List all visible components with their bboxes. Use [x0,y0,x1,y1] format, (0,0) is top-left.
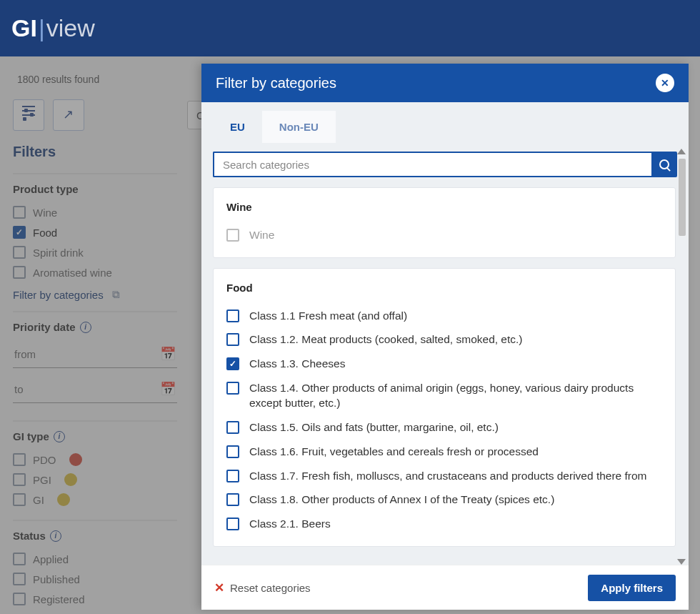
modal-header: Filter by categories ✕ [201,64,689,102]
checkbox-icon [226,518,239,530]
group-title: Food [226,282,662,294]
reset-label: Reset categories [230,582,311,594]
checkbox-icon [226,382,239,395]
checkbox-icon [226,310,239,322]
scroll-thumb [679,159,686,236]
tabs: EU Non-EU [213,102,677,143]
logo-view: view [46,14,95,41]
categories-modal: Filter by categories ✕ EU Non-EU Wine Wi… [201,64,689,610]
category-label: Class 1.7. Fresh fish, molluscs, and cru… [249,468,647,484]
category-item[interactable]: Class 1.7. Fresh fish, molluscs, and cru… [226,464,662,488]
scrollbar [677,149,687,565]
category-item[interactable]: Class 2.1. Beers [226,512,662,536]
scroll-up-icon [677,149,686,154]
modal-title: Filter by categories [216,75,336,91]
logo-divider: | [37,14,46,41]
category-label: Class 1.4. Other products of animal orig… [249,380,662,411]
apply-filters-button[interactable]: Apply filters [588,575,676,601]
category-item[interactable]: Class 1.4. Other products of animal orig… [226,376,662,415]
category-label: Class 1.5. Oils and fats (butter, margar… [249,420,499,435]
search-row [213,152,677,177]
top-bar: GI|view [0,0,700,56]
checkbox-icon [226,445,239,458]
checkbox-icon [226,493,239,506]
category-item[interactable]: Class 1.2. Meat products (cooked, salted… [226,327,662,352]
category-group-wine: Wine Wine [213,187,676,258]
category-label: Class 1.3. Cheeses [249,356,345,372]
tab-non-eu[interactable]: Non-EU [262,111,336,143]
checkbox-icon [226,229,239,242]
category-label: Class 1.6. Fruit, vegetables and cereals… [249,444,539,460]
category-group-food: Food Class 1.1 Fresh meat (and offal) Cl… [213,268,676,547]
category-label: Class 1.8. Other products of Annex I of … [249,492,554,507]
category-item[interactable]: Class 1.8. Other products of Annex I of … [226,487,662,512]
close-icon: ✕ [661,77,669,89]
category-item[interactable]: Class 1.6. Fruit, vegetables and cereals… [226,440,662,464]
checkbox-icon [226,333,239,346]
tab-eu[interactable]: EU [213,111,262,143]
scroll-down-icon [677,559,686,565]
category-item-cheeses[interactable]: Class 1.3. Cheeses [226,352,662,376]
checkbox-icon [226,357,239,370]
group-title: Wine [226,201,662,213]
modal-body: EU Non-EU Wine Wine Food [201,102,689,565]
category-label: Class 1.1 Fresh meat (and offal) [249,308,407,324]
search-input[interactable] [213,152,651,177]
apply-label: Apply filters [601,582,663,594]
category-label: Class 2.1. Beers [249,516,331,532]
category-label: Wine [249,227,274,243]
app-logo: GI|view [11,14,95,42]
checkbox-icon [226,470,239,482]
checkbox-icon [226,421,239,434]
category-item[interactable]: Class 1.1 Fresh meat (and offal) [226,304,662,328]
category-item-wine[interactable]: Wine [226,223,662,247]
reset-x-icon: ✕ [214,580,224,595]
category-item[interactable]: Class 1.5. Oils and fats (butter, margar… [226,415,662,440]
close-button[interactable]: ✕ [656,74,674,92]
search-button[interactable] [651,152,677,177]
category-label: Class 1.2. Meat products (cooked, salted… [249,332,523,347]
reset-categories-button[interactable]: ✕ Reset categories [214,580,311,595]
categories-scroll[interactable]: Wine Wine Food Class 1.1 Fresh meat (and… [213,187,677,565]
modal-footer: ✕ Reset categories Apply filters [201,565,689,610]
search-icon [659,159,669,169]
logo-gi: GI [11,14,37,41]
